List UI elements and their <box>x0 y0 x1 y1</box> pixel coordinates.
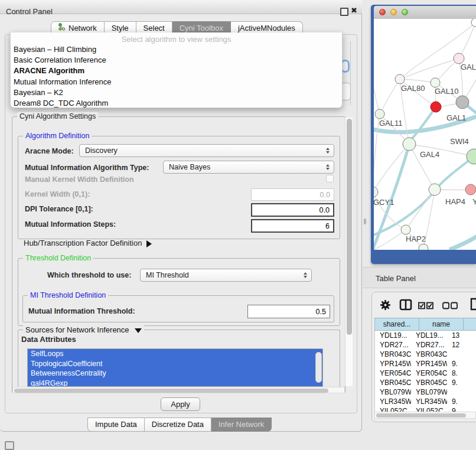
algorithm-option-basic-correlation-inference[interactable]: Basic Correlation Inference <box>11 55 342 66</box>
table-cell: 9. <box>447 378 476 387</box>
float-panel-icon[interactable] <box>340 8 348 16</box>
table-cell: 9. <box>447 397 476 406</box>
table-cell: YBR043C <box>375 350 411 359</box>
table-panel-title: Table Panel <box>376 274 416 283</box>
which-threshold-combo[interactable]: MI Threshold <box>140 269 312 282</box>
network-node-gal11[interactable] <box>375 109 384 119</box>
close-panel-icon[interactable]: ✖ <box>351 6 357 15</box>
table-row[interactable]: YBR043CYBR043C <box>375 350 476 359</box>
table-cell <box>447 350 476 359</box>
table-row[interactable]: YLR345WYLR345W9. <box>375 397 476 406</box>
aracne-mode-combo[interactable]: Discovery <box>79 144 334 157</box>
table-cell: 9. <box>447 359 476 369</box>
mi-algorithm-type-combo[interactable]: Naive Bayes <box>163 161 334 174</box>
network-node-y[interactable] <box>465 184 476 195</box>
algorithm-option-dream8-dc-tdc-algorithm[interactable]: Dream8 DC_TDC Algorithm <box>11 98 342 109</box>
deselect-all-checkboxes-icon[interactable] <box>442 301 458 312</box>
table-row[interactable]: YER054CYER054C8. <box>375 369 476 378</box>
mi-threshold-group-title: MI Threshold Definition <box>28 291 108 299</box>
network-node[interactable] <box>456 96 469 109</box>
column-header-shared[interactable]: shared... <box>375 318 419 330</box>
data-attributes-list[interactable]: SelfLoopsTopologicalCoefficientBetweenne… <box>27 348 323 387</box>
attribute-item-gal4rgexp[interactable]: gal4RGexp <box>28 379 322 387</box>
node-label-swi4: SWI4 <box>450 137 469 146</box>
table-cell: YBR045C <box>375 378 411 387</box>
table-header-row: shared...nameA <box>374 318 476 331</box>
threshold-definition-title: Threshold Definition <box>23 254 93 262</box>
table-row[interactable]: YIL052CYIL052C9 <box>375 406 476 412</box>
table-cell: 12 <box>447 340 476 350</box>
attribute-item-selfloops[interactable]: SelfLoops <box>28 349 322 359</box>
zoom-window-icon[interactable] <box>402 9 408 15</box>
apply-button[interactable]: Apply <box>161 397 200 411</box>
minimize-window-icon[interactable] <box>390 9 397 15</box>
node-label-gal11: GAL11 <box>379 119 403 128</box>
column-header-a[interactable]: A <box>464 318 476 330</box>
algorithm-option-mutual-information-inference[interactable]: Mutual Information Inference <box>11 77 342 87</box>
settings-hscroll-thumb[interactable] <box>14 389 328 393</box>
network-node-gal80[interactable] <box>395 74 405 84</box>
bottom-tab-impute-data[interactable]: Impute Data <box>87 418 145 432</box>
table-row[interactable]: YBL079WYBL079W <box>375 387 476 397</box>
attributes-list-scrollbar[interactable] <box>315 351 322 384</box>
table-cell: YDL19... <box>375 331 411 340</box>
column-chooser-icon[interactable] <box>399 299 412 313</box>
close-window-icon[interactable] <box>379 9 386 15</box>
settings-vertical-scrollbar[interactable] <box>345 118 353 386</box>
algorithm-dropdown-popup: Select algorithm to view settings Bayesi… <box>10 32 343 108</box>
docked-panel-icon[interactable] <box>5 441 14 450</box>
mi-steps-field[interactable]: 6 <box>251 219 334 233</box>
table-cell: 13 <box>447 331 476 340</box>
node-label-gal1: GAL1 <box>446 113 466 122</box>
network-node-labels: GALGAL80GAL10GAL1GAL11GAL4SWI4HAP4YGCY1H… <box>374 63 476 243</box>
table-cell: YIL052C <box>375 406 411 412</box>
mi-steps-label: Mutual Information Steps: <box>25 220 116 229</box>
combo-stepper-icon <box>326 148 330 154</box>
mi-threshold-field[interactable]: 0.5 <box>247 305 330 318</box>
table-cell: YPR145W <box>411 359 447 369</box>
manual-kernel-width-checkbox[interactable] <box>326 175 334 182</box>
network-nodes[interactable] <box>374 19 476 250</box>
dpi-tolerance-field[interactable]: 0.0 <box>251 203 334 217</box>
settings-vscroll-thumb[interactable] <box>347 119 352 335</box>
algorithm-option-bayesian-hill-climbing[interactable]: Bayesian – Hill Climbing <box>11 44 342 55</box>
algorithm-option-aracne-algorithm[interactable]: ARACNE Algorithm <box>11 66 342 76</box>
control-panel-titlebar <box>0 0 362 14</box>
kernel-width-field[interactable]: 0.0 <box>251 188 334 201</box>
hub-definition-toggle[interactable]: Hub/Transcription Factor Definition <box>24 239 152 247</box>
network-node-hap2[interactable] <box>401 225 410 234</box>
bottom-tab-bar: Impute DataDiscretize DataInfer Network <box>87 418 272 432</box>
table-hscroll-thumb[interactable] <box>376 413 466 418</box>
sources-group-title[interactable]: Sources for Network Inference <box>23 325 144 334</box>
combo-stepper-icon <box>326 164 330 170</box>
control-panel-title: Control Panel <box>6 7 53 16</box>
table-cell: 8. <box>447 369 476 378</box>
panel-splitter-handle[interactable] <box>364 219 366 224</box>
network-node-gcy1[interactable] <box>374 187 378 197</box>
attributes-scroll-thumb[interactable] <box>315 352 322 383</box>
table-row[interactable]: YDL19...YDL19...13 <box>375 331 476 340</box>
node-label-gal: GAL <box>461 63 476 71</box>
settings-horizontal-scrollbar[interactable] <box>12 387 345 393</box>
new-table-icon[interactable] <box>470 297 476 314</box>
network-node-hap4[interactable] <box>429 184 441 195</box>
network-canvas[interactable]: GALGAL80GAL10GAL1GAL11GAL4SWI4HAP4YGCY1H… <box>374 19 476 250</box>
algorithm-popup-items: Bayesian – Hill ClimbingBasic Correlatio… <box>11 44 342 109</box>
table-row[interactable]: YDR27...YDR27...12 <box>375 340 476 350</box>
network-node-gal1[interactable] <box>431 102 441 112</box>
network-node-gal10[interactable] <box>431 78 440 87</box>
settings-gear-icon[interactable] <box>380 299 391 313</box>
table-row[interactable]: YPR145WYPR145W9. <box>375 359 476 369</box>
table-horizontal-scrollbar[interactable] <box>374 412 476 419</box>
table-cell: YLR345W <box>411 397 447 406</box>
table-row[interactable]: YBR045CYBR045C9. <box>375 378 476 387</box>
bottom-tab-discretize-data[interactable]: Discretize Data <box>145 418 211 432</box>
select-all-checkboxes-icon[interactable] <box>418 301 434 312</box>
bottom-tab-infer-network[interactable]: Infer Network <box>211 418 272 432</box>
attribute-item-topologicalcoefficient[interactable]: TopologicalCoefficient <box>28 359 322 369</box>
which-threshold-value: MI Threshold <box>146 271 189 279</box>
network-node-gal4[interactable] <box>403 138 416 151</box>
column-header-name[interactable]: name <box>419 318 464 330</box>
attribute-item-betweennesscentrality[interactable]: BetweennessCentrality <box>28 369 322 379</box>
algorithm-option-bayesian-k2[interactable]: Bayesian – K2 <box>11 87 342 98</box>
